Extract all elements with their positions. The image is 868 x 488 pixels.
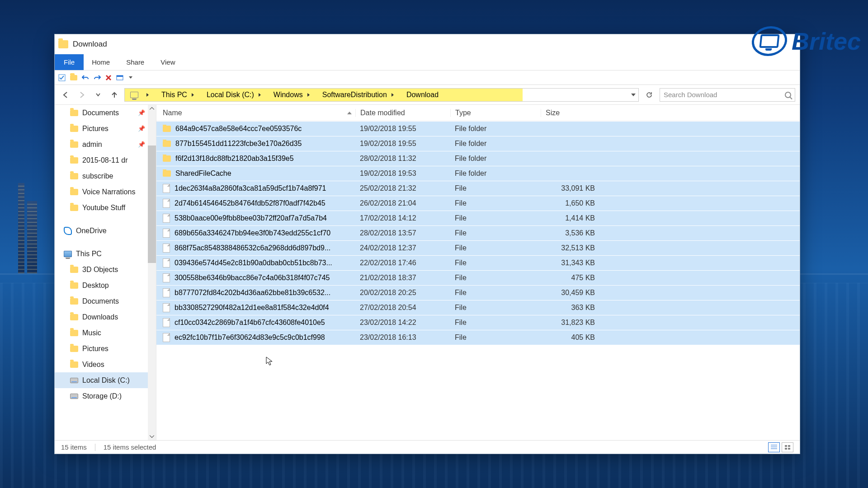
file-icon — [163, 258, 170, 267]
scroll-up-icon[interactable] — [149, 106, 155, 111]
folder-icon[interactable] — [70, 75, 77, 80]
nav-onedrive[interactable]: OneDrive — [55, 223, 156, 239]
folder-icon — [70, 361, 78, 368]
file-type: File folder — [450, 125, 541, 133]
folder-icon — [70, 298, 78, 305]
undo-icon[interactable] — [82, 74, 89, 81]
nav-quick-item[interactable]: subscribe — [55, 168, 156, 184]
table-row[interactable]: f6f2d13f18dc88fb21820ab3a15f39e528/02/20… — [156, 151, 800, 166]
nav-scrollbar-thumb[interactable] — [148, 145, 156, 263]
nav-quick-item[interactable]: Pictures📌 — [55, 121, 156, 136]
back-button[interactable] — [59, 89, 72, 101]
file-name: SharedFileCache — [175, 169, 231, 178]
table-row[interactable]: 1dec263f4a8a2860fa3ca81a59d5cf1b74a8f971… — [156, 181, 800, 196]
redo-icon[interactable] — [94, 74, 101, 81]
nav-thispc-item[interactable]: Pictures — [55, 341, 156, 357]
nav-quick-item[interactable]: admin📌 — [55, 136, 156, 152]
properties-icon[interactable] — [116, 74, 123, 81]
file-name: 2d74b614546452b84764fdb52f87f0adf7f42b45 — [175, 199, 326, 207]
nav-thispc-item[interactable]: 3D Objects — [55, 262, 156, 277]
header-size[interactable]: Size — [541, 109, 599, 117]
column-headers: Name Date modified Type Size — [156, 105, 800, 121]
nav-thispc-item[interactable]: Downloads — [55, 309, 156, 325]
address-history-icon[interactable] — [631, 94, 636, 96]
file-icon — [163, 229, 170, 238]
file-type: File — [450, 304, 541, 312]
large-icons-view-button[interactable] — [782, 442, 793, 452]
file-date: 20/02/2018 20:25 — [355, 289, 450, 297]
file-date: 17/02/2018 14:12 — [355, 214, 450, 222]
table-row[interactable]: 877b155451dd11223fcbe3e170a26d3519/02/20… — [156, 136, 800, 151]
file-type: File — [450, 229, 541, 237]
title-bar[interactable]: Download — [55, 34, 800, 54]
folder-icon — [70, 141, 78, 148]
table-row[interactable]: cf10cc0342c2869b7a1f4b67cfc43608fe4010e5… — [156, 315, 800, 330]
crumb-windows[interactable]: Windows — [274, 91, 303, 99]
nav-thispc-item[interactable]: Desktop — [55, 277, 156, 293]
refresh-button[interactable] — [642, 88, 656, 102]
header-type[interactable]: Type — [450, 109, 541, 117]
folder-icon — [163, 126, 171, 132]
file-icon — [163, 244, 170, 253]
checkbox-icon[interactable] — [58, 74, 66, 81]
nav-quick-item[interactable]: Voice Narrations — [55, 184, 156, 200]
nav-quick-item[interactable]: Documents📌 — [55, 105, 156, 121]
nav-thispc-item[interactable]: Documents — [55, 293, 156, 309]
tab-share[interactable]: Share — [118, 54, 152, 70]
up-button[interactable] — [108, 89, 121, 101]
delete-icon[interactable] — [105, 75, 112, 81]
folder-icon — [70, 314, 78, 320]
table-row[interactable]: 868f75ac8548388486532c6a2968dd6d897bd9..… — [156, 240, 800, 255]
table-row[interactable]: bb3308527290f482a12d1ee8a81f584c32e4d0f4… — [156, 300, 800, 315]
crumb-download[interactable]: Download — [406, 91, 439, 99]
pin-icon: 📌 — [138, 141, 145, 148]
recent-locations-button[interactable] — [92, 89, 104, 101]
nav-this-pc[interactable]: This PC — [55, 246, 156, 262]
file-list[interactable]: 684a9c457ca8e58e64ccc7ee0593576c19/02/20… — [156, 121, 800, 440]
pc-icon — [64, 251, 72, 257]
folder-icon — [70, 205, 78, 211]
address-bar[interactable]: This PC Local Disk (C:) Windows Software… — [124, 88, 639, 102]
content-pane: Name Date modified Type Size 684a9c457ca… — [156, 105, 800, 440]
crumb-this-pc[interactable]: This PC — [161, 91, 187, 99]
file-name: 300558be6346b9bacc86e7c4a06b318f4f07c745 — [175, 274, 330, 282]
table-row[interactable]: 300558be6346b9bacc86e7c4a06b318f4f07c745… — [156, 270, 800, 285]
nav-thispc-item[interactable]: Storage (D:) — [55, 388, 156, 404]
crumb-local-disk-c[interactable]: Local Disk (C:) — [207, 91, 254, 99]
table-row[interactable]: 2d74b614546452b84764fdb52f87f0adf7f42b45… — [156, 196, 800, 211]
nav-thispc-item[interactable]: Local Disk (C:) — [55, 372, 156, 388]
table-row[interactable]: SharedFileCache19/02/2018 19:53File fold… — [156, 166, 800, 181]
search-input[interactable]: Search Download — [660, 88, 795, 102]
table-row[interactable]: b8777072fd84c202b4d36aa62bbe81b39c6532..… — [156, 285, 800, 300]
qat-customize-icon[interactable] — [129, 76, 132, 79]
details-view-button[interactable] — [768, 442, 780, 452]
nav-quick-item[interactable]: Youtube Stuff — [55, 200, 156, 216]
nav-thispc-item[interactable]: Videos — [55, 357, 156, 372]
folder-icon — [163, 155, 171, 162]
table-row[interactable]: 538b0aace00e9fbb8bee03b72ff20af7a7d5a7b4… — [156, 211, 800, 225]
table-row[interactable]: 689b656a3346247bb94ee3f0b743edd255c1cf70… — [156, 225, 800, 240]
file-size: 3,536 KB — [541, 229, 599, 237]
table-row[interactable]: 039436e574d45e2c81b90a0dbab0cb51bc8b73..… — [156, 255, 800, 270]
scroll-down-icon[interactable] — [149, 434, 155, 439]
file-date: 23/02/2018 16:13 — [355, 333, 450, 342]
file-date: 27/02/2018 20:54 — [355, 304, 450, 312]
table-row[interactable]: 684a9c457ca8e58e64ccc7ee0593576c19/02/20… — [156, 121, 800, 136]
file-name: 684a9c457ca8e58e64ccc7ee0593576c — [175, 125, 302, 133]
forward-button[interactable] — [75, 89, 88, 101]
tab-file[interactable]: File — [55, 54, 84, 70]
folder-icon — [70, 110, 78, 116]
crumb-softwaredistribution[interactable]: SoftwareDistribution — [322, 91, 387, 99]
file-size: 1,650 KB — [541, 199, 599, 207]
nav-thispc-item[interactable]: Music — [55, 325, 156, 341]
file-size: 32,513 KB — [541, 244, 599, 252]
header-name[interactable]: Name — [156, 109, 355, 117]
nav-quick-item[interactable]: 2015-08-11 dr — [55, 152, 156, 168]
tab-view[interactable]: View — [152, 54, 183, 70]
folder-icon — [70, 189, 78, 195]
table-row[interactable]: ec92fc10b7f1b7e6f30624d83e9c5c9c0b1cf998… — [156, 330, 800, 345]
ribbon-tabs: File Home Share View — [55, 54, 800, 70]
tab-home[interactable]: Home — [84, 54, 118, 70]
header-date-modified[interactable]: Date modified — [355, 109, 450, 117]
file-name: cf10cc0342c2869b7a1f4b67cfc43608fe4010e5 — [175, 319, 325, 327]
